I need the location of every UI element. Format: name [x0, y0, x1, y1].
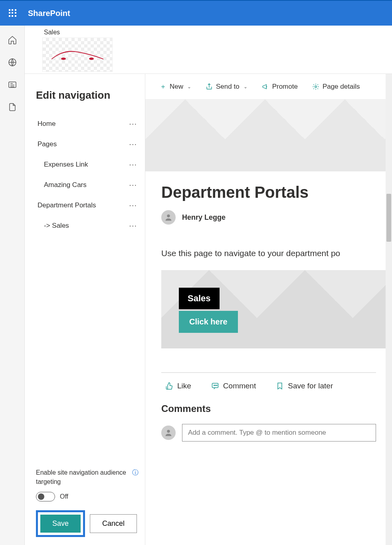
- nav-item-pages[interactable]: Pages ···: [36, 134, 139, 154]
- svg-point-8: [215, 385, 216, 386]
- nav-item-expenses[interactable]: Expenses Link ···: [36, 154, 139, 175]
- megaphone-icon: [262, 83, 269, 90]
- author-avatar[interactable]: [161, 210, 176, 225]
- bookmark-icon: [276, 382, 284, 390]
- comment-input[interactable]: [182, 424, 376, 442]
- svg-point-10: [167, 430, 170, 433]
- command-bar: ＋ New ⌄ Send to ⌄ Promote: [145, 74, 392, 99]
- scrollbar-thumb[interactable]: [386, 194, 391, 242]
- app-name[interactable]: SharePoint: [28, 9, 70, 18]
- share-icon: [206, 83, 213, 90]
- comment-icon: [211, 382, 219, 390]
- more-icon[interactable]: ···: [129, 201, 137, 210]
- nav-item-label: Department Portals: [38, 201, 96, 209]
- page-description: Use this page to navigate to your depart…: [145, 233, 392, 270]
- page-title: Department Portals: [161, 183, 376, 201]
- nav-item-label: Pages: [38, 140, 57, 148]
- svg-point-5: [167, 215, 170, 217]
- svg-point-2: [61, 58, 66, 60]
- page-details-button[interactable]: Page details: [312, 83, 360, 91]
- nav-item-department-portals[interactable]: Department Portals ···: [36, 195, 139, 215]
- site-header: Sales: [25, 26, 392, 74]
- thumbs-up-icon: [165, 382, 173, 390]
- app-launcher-icon[interactable]: [5, 5, 21, 21]
- scrollbar[interactable]: [386, 74, 392, 545]
- save-for-later-button[interactable]: Save for later: [276, 382, 333, 390]
- commenter-avatar: [161, 426, 176, 440]
- main-page: ＋ New ⌄ Send to ⌄ Promote: [145, 74, 392, 545]
- svg-point-3: [89, 58, 94, 60]
- more-icon[interactable]: ···: [129, 119, 137, 128]
- nav-item-label: Amazing Cars: [44, 181, 87, 189]
- nav-item-label: Expenses Link: [44, 161, 88, 169]
- news-icon[interactable]: [8, 80, 17, 90]
- nav-item-sales[interactable]: -> Sales ···: [36, 215, 139, 236]
- hero-image: [145, 99, 392, 171]
- save-highlight: Save: [36, 510, 85, 537]
- save-button[interactable]: Save: [40, 515, 81, 533]
- audience-targeting-toggle[interactable]: [36, 492, 55, 501]
- more-icon[interactable]: ···: [129, 221, 137, 230]
- left-rail: [0, 26, 25, 545]
- chevron-down-icon: ⌄: [187, 84, 191, 90]
- more-icon[interactable]: ···: [129, 180, 137, 189]
- file-icon[interactable]: [8, 102, 17, 112]
- svg-point-4: [315, 86, 317, 88]
- site-label: Sales: [42, 29, 392, 36]
- click-here-button[interactable]: Click here: [179, 311, 238, 333]
- suite-bar: SharePoint: [0, 0, 392, 26]
- home-icon[interactable]: [8, 35, 17, 45]
- comments-title: Comments: [145, 399, 392, 424]
- nav-list: Home ··· Pages ··· Expenses Link ··· Ama…: [36, 113, 139, 463]
- author-name[interactable]: Henry Legge: [182, 213, 226, 222]
- nav-item-home[interactable]: Home ···: [36, 113, 139, 134]
- nav-item-label: -> Sales: [44, 222, 69, 230]
- more-icon[interactable]: ···: [129, 139, 137, 149]
- like-button[interactable]: Like: [165, 382, 191, 390]
- svg-point-7: [214, 385, 215, 386]
- globe-icon[interactable]: [8, 58, 17, 67]
- send-to-button[interactable]: Send to ⌄: [206, 83, 247, 91]
- toggle-state-label: Off: [60, 493, 68, 500]
- edit-navigation-panel: Edit navigation Home ··· Pages ··· Expen…: [25, 74, 145, 545]
- nav-panel-title: Edit navigation: [36, 89, 139, 101]
- info-icon[interactable]: ⓘ: [132, 468, 139, 477]
- audience-targeting-label: Enable site navigation audience targetin…: [36, 468, 139, 486]
- comment-button[interactable]: Comment: [211, 382, 256, 390]
- more-icon[interactable]: ···: [129, 160, 137, 169]
- new-button[interactable]: ＋ New ⌄: [160, 82, 191, 91]
- svg-point-9: [216, 385, 217, 386]
- site-logo[interactable]: [42, 38, 113, 72]
- gear-icon: [312, 83, 319, 90]
- nav-item-label: Home: [38, 120, 55, 128]
- social-bar: Like Comment Save for later: [145, 373, 392, 399]
- cta-hero: Sales Click here: [161, 270, 392, 348]
- cta-tag: Sales: [179, 288, 220, 309]
- promote-button[interactable]: Promote: [262, 83, 298, 91]
- cancel-button[interactable]: Cancel: [90, 514, 137, 533]
- nav-item-amazing-cars[interactable]: Amazing Cars ···: [36, 175, 139, 195]
- chevron-down-icon: ⌄: [244, 84, 247, 90]
- plus-icon: ＋: [160, 82, 166, 91]
